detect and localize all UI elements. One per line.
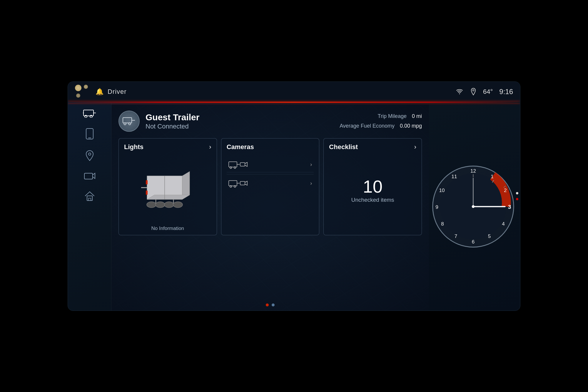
driver-label: Driver: [108, 88, 127, 96]
header: 🔔 Driver 64° 9:16: [68, 82, 520, 102]
sidebar-item-camera[interactable]: [84, 171, 96, 182]
header-left: 🔔 Driver: [75, 85, 127, 99]
svg-text:6: 6: [472, 239, 475, 245]
trailer-circle-icon: [123, 115, 136, 128]
svg-text:8: 8: [441, 221, 444, 227]
lights-card[interactable]: Lights ›: [118, 138, 217, 235]
checklist-card-header: Checklist ›: [329, 143, 416, 151]
svg-text:7: 7: [454, 233, 457, 239]
trip-mileage-row: Trip Mileage 0 mi: [340, 111, 422, 121]
svg-rect-35: [240, 163, 245, 166]
cameras-card[interactable]: Cameras: [221, 138, 320, 235]
pagination-dot-1[interactable]: [266, 303, 269, 306]
camera-1-arrow: ›: [310, 161, 312, 168]
camera-row-1[interactable]: ›: [227, 157, 314, 172]
svg-text:4: 4: [502, 221, 505, 227]
clock-panel: 12 1 2 3 4 5 6 7 8 9 10 11: [426, 103, 520, 311]
lights-card-arrow: ›: [209, 143, 211, 151]
main-screen: 🔔 Driver 64° 9:16: [68, 81, 520, 311]
svg-point-2: [473, 89, 474, 91]
trip-stats: Trip Mileage 0 mi Average Fuel Economy 0…: [340, 111, 422, 131]
checklist-desc: Unchecked items: [351, 197, 394, 203]
svg-text:1: 1: [491, 174, 494, 179]
clock-svg: 12 1 2 3 4 5 6 7 8 9 10 11: [431, 165, 515, 248]
pagination-dots: [111, 303, 429, 306]
svg-rect-8: [86, 129, 93, 139]
clock: 12 1 2 3 4 5 6 7 8 9 10 11: [431, 165, 515, 248]
accent-line: [68, 102, 520, 103]
trailer-info-row: Guest Trailer Not Connected Trip Mileage…: [118, 111, 422, 132]
svg-rect-22: [146, 180, 148, 184]
logo-dot-1: [75, 85, 81, 91]
sidebar-item-trailer[interactable]: [83, 109, 96, 120]
svg-rect-23: [146, 191, 148, 195]
camera-list: › ›: [227, 157, 314, 191]
edge-dot-white: [516, 192, 518, 194]
svg-rect-11: [84, 173, 93, 179]
trip-mileage-value: 0 mi: [412, 111, 422, 121]
checklist-card-arrow: ›: [414, 143, 416, 151]
svg-point-29: [173, 202, 183, 208]
svg-rect-14: [123, 118, 132, 123]
trailer-icon-circle: [118, 111, 140, 132]
svg-rect-13: [88, 198, 91, 201]
location-icon: [470, 88, 477, 96]
svg-rect-31: [229, 162, 237, 167]
fuel-economy-row: Average Fuel Economy 0.00 mpg: [340, 121, 422, 131]
trailer-3d-icon: [138, 170, 197, 211]
trip-mileage-label: Trip Mileage: [378, 111, 407, 121]
svg-text:2: 2: [504, 188, 507, 193]
main-content: Guest Trailer Not Connected Trip Mileage…: [111, 105, 429, 311]
svg-point-1: [459, 93, 460, 94]
temperature-label: 64°: [483, 88, 493, 96]
svg-rect-40: [240, 181, 245, 185]
checklist-card-title: Checklist: [329, 143, 358, 151]
checklist-card-body: 10 Unchecked items: [329, 154, 416, 227]
svg-rect-3: [83, 110, 93, 116]
edge-dots: [516, 192, 518, 200]
sidebar-item-location[interactable]: [85, 150, 94, 163]
cameras-card-header: Cameras: [227, 143, 314, 151]
lights-card-footer: No Information: [119, 226, 217, 231]
edge-dot-red: [516, 198, 518, 200]
lights-card-title: Lights: [124, 143, 143, 151]
svg-point-10: [88, 153, 91, 155]
cameras-card-body: › ›: [227, 154, 314, 227]
fuel-economy-label: Average Fuel Economy: [340, 121, 395, 131]
svg-point-28: [164, 202, 174, 208]
trailer-name: Guest Trailer: [146, 112, 334, 123]
bell-icon: 🔔: [96, 88, 103, 96]
cards-row: Lights ›: [118, 138, 422, 235]
svg-marker-20: [147, 195, 190, 199]
svg-text:3: 3: [508, 204, 511, 210]
pagination-dot-2[interactable]: [272, 303, 275, 306]
camera-row-2[interactable]: ›: [227, 176, 314, 191]
lights-card-body: [124, 154, 211, 227]
svg-rect-36: [229, 181, 237, 186]
rear-camera-icon: [228, 179, 249, 188]
svg-text:11: 11: [451, 174, 457, 179]
camera-2-arrow: ›: [310, 180, 312, 186]
sidebar-item-home[interactable]: [84, 191, 95, 203]
logo-dot-2: [84, 85, 88, 89]
checklist-count: 10: [363, 178, 382, 196]
svg-text:9: 9: [435, 204, 438, 210]
fuel-economy-value: 0.00 mpg: [400, 121, 422, 131]
wifi-icon: [455, 88, 464, 95]
svg-text:5: 5: [488, 233, 491, 239]
sidebar: [68, 103, 111, 311]
logo: [75, 85, 89, 99]
logo-dot-3: [76, 94, 80, 98]
trailer-title-block: Guest Trailer Not Connected: [146, 112, 334, 130]
svg-point-26: [147, 202, 156, 208]
sidebar-item-phone[interactable]: [86, 128, 94, 142]
svg-text:12: 12: [470, 168, 476, 174]
lights-card-header: Lights ›: [124, 143, 211, 151]
svg-point-27: [156, 202, 165, 208]
checklist-card[interactable]: Checklist › 10 Unchecked items: [323, 138, 422, 235]
trailer-status: Not Connected: [146, 123, 334, 130]
header-right: 64° 9:16: [455, 88, 513, 96]
front-camera-icon: [228, 160, 249, 169]
svg-text:10: 10: [439, 188, 445, 193]
time-label: 9:16: [499, 88, 513, 96]
